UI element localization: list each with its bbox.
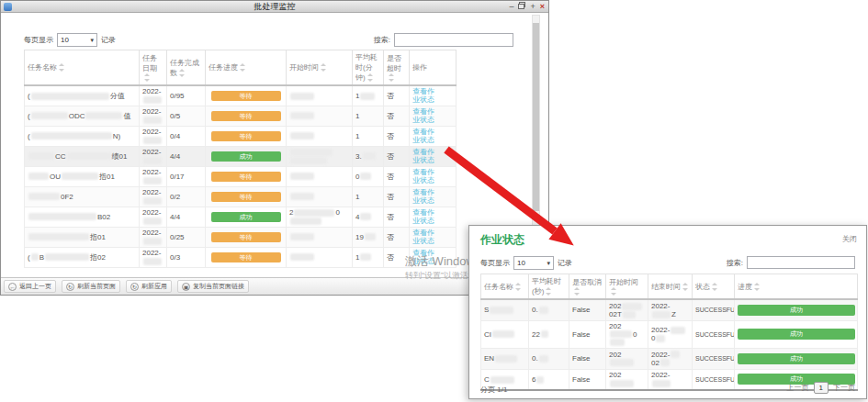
redacted-text-fragment: 2022- bbox=[651, 302, 670, 310]
view-job-status-link[interactable]: 查看作业状态 bbox=[412, 188, 437, 205]
column-header[interactable]: 开始时间 bbox=[606, 274, 648, 300]
redacted-blur bbox=[660, 359, 670, 366]
job-progress-cell: 成功 bbox=[735, 299, 858, 320]
sort-icon[interactable] bbox=[240, 63, 246, 72]
start-time-cell bbox=[287, 106, 353, 126]
column-header[interactable]: 操作 bbox=[410, 50, 457, 86]
avg-time-cell: 1 bbox=[353, 186, 384, 207]
redacted-blur bbox=[143, 137, 162, 144]
view-job-status-link[interactable]: 查看作业状态 bbox=[412, 107, 437, 124]
sort-icon[interactable] bbox=[712, 283, 718, 291]
redacted-text-fragment: ( bbox=[28, 92, 30, 100]
job-progress-cell: 成功 bbox=[735, 320, 858, 348]
task-name-cell: 0F2 bbox=[25, 186, 140, 207]
table-row: (N)2022-0/4等待1否查看作业状态 bbox=[25, 126, 457, 146]
column-header[interactable]: 平均耗时(秒) bbox=[529, 274, 569, 300]
view-job-status-link[interactable]: 查看作业状态 bbox=[412, 148, 437, 164]
column-header[interactable]: 任务进度 bbox=[206, 50, 287, 86]
sort-icon[interactable] bbox=[367, 73, 374, 82]
view-job-status-link[interactable]: 查看作业状态 bbox=[412, 208, 437, 225]
column-header[interactable]: 任务名称 bbox=[481, 274, 529, 300]
redacted-blur bbox=[67, 152, 111, 160]
scrollbar-thumb[interactable] bbox=[533, 23, 539, 211]
sort-icon[interactable] bbox=[389, 73, 395, 82]
sort-icon[interactable] bbox=[515, 283, 522, 291]
close-button[interactable]: × bbox=[540, 1, 545, 13]
task-table-header: 任务名称任务日期任务完成数任务进度开始时间平均耗时(分钟)是否超时操作 bbox=[25, 50, 457, 86]
redacted-text-fragment: 202 bbox=[609, 302, 621, 310]
maximize-button[interactable]: + bbox=[530, 1, 535, 13]
popup-close-button[interactable]: 关闭 bbox=[842, 234, 857, 244]
view-job-status-link[interactable]: 查看作业状态 bbox=[412, 229, 437, 245]
popup-page-size-value: 10 bbox=[517, 259, 525, 267]
view-job-status-link[interactable]: 查看作业状态 bbox=[412, 168, 437, 184]
sort-icon[interactable] bbox=[179, 69, 186, 77]
column-header[interactable]: 进度 bbox=[735, 274, 858, 300]
column-header[interactable]: 状态 bbox=[693, 274, 735, 300]
page-size-control: 每页显示 10 ▾ 记录 bbox=[24, 33, 116, 47]
task-date-cell: 2022- bbox=[140, 227, 167, 247]
start-time-cell: 202 bbox=[606, 348, 648, 369]
column-header-label: 是否超时 bbox=[387, 54, 401, 73]
sort-icon[interactable] bbox=[611, 287, 617, 296]
redacted-text-fragment: 22 bbox=[532, 330, 540, 339]
redacted-blur bbox=[31, 112, 68, 119]
sort-icon[interactable] bbox=[754, 283, 761, 291]
table-row: (ODC值2022-0/5等待1否查看作业状态 bbox=[25, 106, 457, 126]
toolbar-button-refresh-app[interactable]: ↻刷新应用 bbox=[126, 280, 172, 293]
minimize-button[interactable]: – bbox=[509, 1, 513, 13]
column-header[interactable]: 任务完成数 bbox=[167, 50, 206, 86]
view-job-status-link[interactable]: 查看作业状态 bbox=[412, 128, 437, 144]
progress-bar: 等待 bbox=[211, 131, 281, 141]
restore-button[interactable] bbox=[518, 1, 525, 13]
job-name-cell: CI bbox=[481, 320, 529, 348]
popup-search-input[interactable] bbox=[747, 256, 855, 269]
search-input[interactable] bbox=[394, 33, 513, 47]
column-header[interactable]: 任务名称 bbox=[25, 50, 140, 86]
column-header[interactable]: 是否取消 bbox=[569, 274, 606, 300]
window-title: 批处理监控 bbox=[1, 1, 548, 13]
view-job-status-link[interactable]: 查看作业状态 bbox=[412, 87, 437, 104]
column-header-label: 任务日期 bbox=[142, 54, 157, 73]
sort-icon[interactable] bbox=[144, 73, 151, 82]
redacted-text-fragment: 0 bbox=[335, 208, 339, 217]
sort-icon[interactable] bbox=[682, 283, 689, 291]
toolbar-button-back[interactable]: ←返回上一页 bbox=[4, 280, 56, 293]
current-page-button[interactable]: 1 bbox=[814, 382, 829, 394]
cancelled-cell: False bbox=[569, 348, 606, 369]
toolbar-button-label: 刷新应用 bbox=[141, 282, 167, 291]
column-header[interactable]: 结束时间 bbox=[648, 274, 693, 300]
redacted-blur bbox=[28, 152, 54, 160]
redacted-blur bbox=[610, 339, 625, 346]
redacted-text-fragment: 2022- bbox=[142, 168, 161, 176]
column-header[interactable]: 平均耗时(分钟) bbox=[353, 50, 384, 86]
avg-time-cell: 19 bbox=[353, 227, 384, 247]
redacted-blur bbox=[492, 330, 514, 338]
next-page-button[interactable]: 下一页 bbox=[833, 383, 855, 393]
page-size-select[interactable]: 10 ▾ bbox=[57, 33, 97, 47]
start-time-cell: 20202T bbox=[606, 299, 648, 320]
sort-icon[interactable] bbox=[574, 287, 581, 296]
column-header[interactable]: 开始时间 bbox=[287, 50, 353, 86]
sort-icon[interactable] bbox=[321, 63, 327, 72]
action-cell: 查看作业状态 bbox=[410, 186, 457, 207]
popup-page-size-select[interactable]: 10 ▾ bbox=[513, 256, 554, 270]
completed-count-cell: 0/95 bbox=[167, 85, 206, 106]
task-name-cell: (N) bbox=[25, 126, 140, 146]
redacted-text-fragment: 0 bbox=[355, 173, 359, 181]
previous-page-button[interactable]: 上一页 bbox=[787, 383, 809, 393]
redacted-blur bbox=[143, 177, 162, 184]
column-header-label: 状态 bbox=[695, 283, 710, 291]
toolbar-button-refresh-page[interactable]: ↻刷新当前页面 bbox=[62, 280, 120, 293]
action-cell: 查看作业状态 bbox=[410, 227, 457, 247]
column-header[interactable]: 是否超时 bbox=[384, 50, 410, 86]
column-header[interactable]: 任务日期 bbox=[140, 50, 167, 86]
redacted-text-fragment: CI bbox=[484, 330, 491, 339]
sort-icon[interactable] bbox=[59, 63, 65, 72]
redacted-blur bbox=[31, 253, 39, 261]
title-bar[interactable]: 批处理监控 –+× bbox=[1, 1, 548, 13]
redacted-text-fragment: 19 bbox=[355, 233, 364, 241]
start-time-cell bbox=[287, 85, 353, 106]
sort-icon[interactable] bbox=[546, 287, 552, 296]
toolbar-button-copy-link[interactable]: ▣复制当前页面链接 bbox=[177, 280, 249, 293]
